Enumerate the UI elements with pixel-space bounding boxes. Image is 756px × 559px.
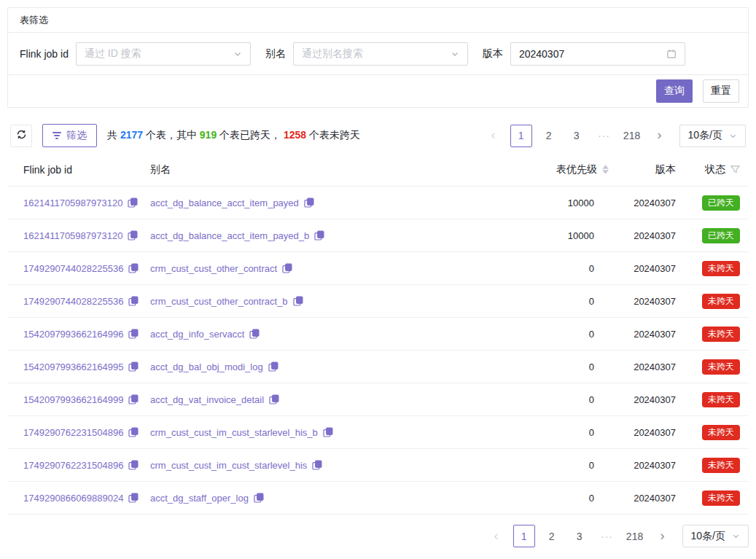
flink-job-id-cell: 1542097993662164995 <box>23 361 139 372</box>
version-date-input[interactable]: 20240307 <box>510 42 685 66</box>
copy-icon[interactable] <box>128 329 139 339</box>
copy-icon[interactable] <box>128 296 139 306</box>
alias-link[interactable]: acct_dg_vat_invoice_detail <box>150 394 264 405</box>
alias-link[interactable]: acct_dg_balance_acct_item_payed <box>150 198 299 208</box>
copy-icon[interactable] <box>128 394 139 404</box>
column-header-priority[interactable]: 表优先级 <box>514 163 609 176</box>
copy-icon[interactable] <box>269 394 279 404</box>
version-label: 版本 <box>483 47 503 60</box>
page-button-3[interactable]: 3 <box>569 525 591 547</box>
table-footer: ‹123···218›10条/页 <box>7 525 749 555</box>
stats-total-count: 2177 <box>120 129 143 141</box>
copy-icon[interactable] <box>293 296 303 306</box>
column-header-status[interactable]: 状态 <box>676 163 749 176</box>
page-size-select[interactable]: 10条/页 <box>679 125 746 147</box>
page-ellipsis: ··· <box>593 125 615 147</box>
alias-link[interactable]: crm_cust_cust_other_contract_b <box>150 296 288 307</box>
page-button-3[interactable]: 3 <box>566 125 588 147</box>
alias-link[interactable]: crm_cust_cust_other_contract <box>150 263 277 274</box>
flink-job-id-cell: 1749290762231504896 <box>23 460 139 471</box>
alias-cell: crm_cust_cust_other_contract <box>150 263 292 274</box>
flink-job-id-link[interactable]: 1621411705987973120 <box>23 198 122 208</box>
filter-funnel-icon[interactable] <box>730 165 740 174</box>
copy-icon[interactable] <box>128 198 138 208</box>
filter-card-title: 表筛选 <box>8 8 748 33</box>
sort-icon[interactable] <box>602 165 609 174</box>
stats-text: 个表未跨天 <box>306 129 360 141</box>
alias-link[interactable]: acct_dg_info_servacct <box>150 329 244 340</box>
flink-job-id-link[interactable]: 1749290762231504896 <box>23 427 123 438</box>
version-value: 20240307 <box>634 329 676 340</box>
copy-icon[interactable] <box>128 361 139 372</box>
alias-link[interactable]: acct_dg_balance_acct_item_payed_b <box>150 230 309 241</box>
flink-job-id-link[interactable]: 1749290762231504896 <box>23 460 123 471</box>
next-page-button[interactable]: › <box>652 525 674 547</box>
filter-toggle-button[interactable]: 筛选 <box>42 124 97 147</box>
alias-link[interactable]: crm_cust_cust_im_cust_starlevel_his_b <box>150 427 318 438</box>
copy-icon[interactable] <box>128 460 139 470</box>
alias-cell: crm_cust_cust_im_cust_starlevel_his <box>150 460 322 471</box>
page: 表筛选 Flink job id 通过 ID 搜索 别名 通过别名搜索 <box>0 0 756 555</box>
flink-job-id-link[interactable]: 1749290744028225536 <box>23 263 123 274</box>
version-value: 20240307 <box>634 198 676 208</box>
stats-text: 共 <box>107 129 120 141</box>
prev-page-button[interactable]: ‹ <box>486 525 507 547</box>
priority-value: 0 <box>589 460 594 471</box>
reset-button[interactable]: 重置 <box>703 79 739 103</box>
refresh-button[interactable] <box>10 125 32 147</box>
alias-field: 别名 通过别名搜索 <box>265 42 468 66</box>
flink-job-id-link[interactable]: 1542097993662164999 <box>23 394 123 405</box>
flink-job-id-link[interactable]: 1542097993662164995 <box>23 361 123 372</box>
copy-icon[interactable] <box>128 263 139 273</box>
page-size-select[interactable]: 10条/页 <box>682 525 749 547</box>
table-row: 1749290744028225536 crm_cust_cust_other_… <box>7 252 749 285</box>
table-row: 1749290866069889024 acct_dg_staff_oper_l… <box>7 482 749 515</box>
copy-icon[interactable] <box>304 198 314 208</box>
copy-icon[interactable] <box>323 427 333 437</box>
pagination-bottom: ‹123···218›10条/页 <box>483 525 749 547</box>
alias-link[interactable]: acct_dg_bal_obj_modi_log <box>150 361 263 372</box>
page-button-218[interactable]: 218 <box>624 525 646 547</box>
flink-job-id-link[interactable]: 1621411705987973120 <box>23 230 122 241</box>
page-button-1[interactable]: 1 <box>510 125 532 147</box>
page-button-218[interactable]: 218 <box>621 125 643 147</box>
version-value: 20240307 <box>634 230 676 241</box>
copy-icon[interactable] <box>268 361 278 372</box>
table-row: 1621411705987973120 acct_dg_balance_acct… <box>7 219 749 252</box>
alias-link[interactable]: acct_dg_staff_oper_log <box>150 493 249 504</box>
page-button-2[interactable]: 2 <box>538 125 560 147</box>
query-button[interactable]: 查询 <box>656 79 693 103</box>
table-stats: 共 2177 个表，其中 919 个表已跨天， 1258 个表未跨天 <box>107 129 360 142</box>
status-badge: 未跨天 <box>702 490 740 506</box>
flink-job-id-link[interactable]: 1542097993662164996 <box>23 329 123 340</box>
filter-card: 表筛选 Flink job id 通过 ID 搜索 别名 通过别名搜索 <box>7 7 749 108</box>
priority-value: 0 <box>589 329 594 340</box>
copy-icon[interactable] <box>282 263 292 273</box>
page-size-value: 10条/页 <box>688 129 722 142</box>
prev-page-button[interactable]: ‹ <box>483 125 504 147</box>
status-badge: 已跨天 <box>702 228 740 243</box>
copy-icon[interactable] <box>249 329 260 339</box>
flink-job-id-link[interactable]: 1749290744028225536 <box>23 296 123 307</box>
filter-toggle-label: 筛选 <box>66 129 87 142</box>
page-button-1[interactable]: 1 <box>513 525 535 547</box>
flink-job-id-cell: 1542097993662164999 <box>23 394 139 405</box>
alias-cell: acct_dg_staff_oper_log <box>150 493 264 504</box>
alias-select[interactable]: 通过别名搜索 <box>293 42 468 66</box>
chevron-down-icon <box>451 50 459 58</box>
flink-job-id-cell: 1621411705987973120 <box>23 198 138 208</box>
table-row: 1621411705987973120 acct_dg_balance_acct… <box>7 187 749 219</box>
next-page-button[interactable]: › <box>649 125 671 147</box>
copy-icon[interactable] <box>254 493 264 503</box>
copy-icon[interactable] <box>314 230 324 241</box>
chevron-down-icon <box>732 532 740 540</box>
copy-icon[interactable] <box>128 230 138 241</box>
copy-icon[interactable] <box>128 493 139 503</box>
page-button-2[interactable]: 2 <box>541 525 563 547</box>
copy-icon[interactable] <box>312 460 322 470</box>
flink-job-id-select[interactable]: 通过 ID 搜索 <box>76 42 251 66</box>
alias-link[interactable]: crm_cust_cust_im_cust_starlevel_his <box>150 460 307 471</box>
flink-job-id-link[interactable]: 1749290866069889024 <box>23 493 123 504</box>
column-header-priority-label: 表优先级 <box>556 163 597 176</box>
copy-icon[interactable] <box>128 427 139 437</box>
